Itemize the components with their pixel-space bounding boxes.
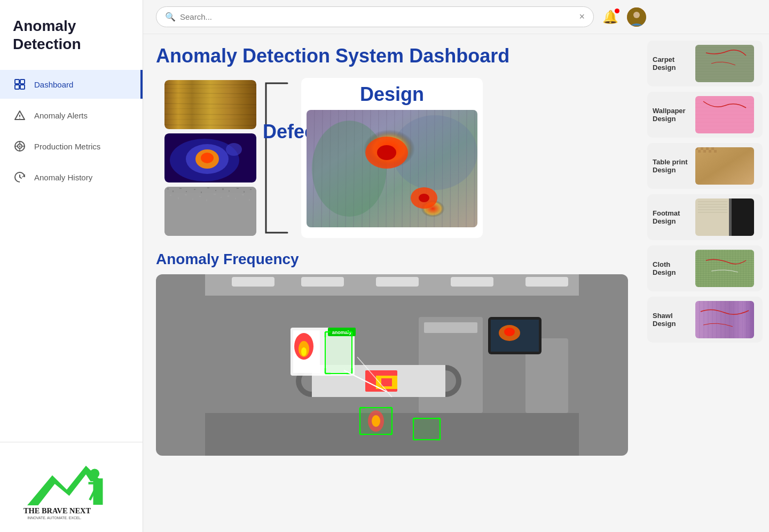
svg-rect-43 bbox=[164, 187, 256, 236]
svg-rect-108 bbox=[424, 322, 477, 333]
tableprint-design-img bbox=[695, 147, 754, 185]
sidebar-item-anomaly-history[interactable]: Anomaly History bbox=[0, 163, 143, 192]
fabric-heatmap[interactable] bbox=[307, 110, 477, 227]
tableprint-design-card[interactable]: Table printDesign bbox=[647, 143, 763, 189]
svg-point-38 bbox=[201, 153, 214, 163]
svg-rect-0 bbox=[15, 80, 19, 84]
svg-rect-66 bbox=[235, 198, 236, 199]
svg-rect-176 bbox=[698, 207, 727, 208]
footmat-design-img bbox=[695, 198, 754, 236]
svg-rect-103 bbox=[376, 277, 419, 287]
notifications-bell[interactable]: 🔔 bbox=[602, 10, 618, 25]
svg-rect-167 bbox=[698, 150, 701, 153]
svg-rect-178 bbox=[698, 212, 727, 213]
svg-point-98 bbox=[419, 194, 429, 202]
search-icon: 🔍 bbox=[165, 12, 176, 22]
svg-rect-53 bbox=[229, 190, 230, 192]
search-box[interactable]: 🔍 × bbox=[156, 6, 594, 27]
sidebar-metrics-label: Production Metrics bbox=[34, 142, 100, 151]
svg-rect-162 bbox=[695, 147, 754, 185]
carpet-design-img bbox=[695, 45, 754, 82]
sidebar-nav: Dashboard Anomaly Alerts bbox=[0, 66, 143, 435]
shawl-design-img bbox=[695, 301, 754, 338]
svg-rect-49 bbox=[201, 192, 202, 193]
svg-rect-68 bbox=[249, 199, 250, 201]
sidebar-item-dashboard[interactable]: Dashboard bbox=[0, 70, 143, 99]
svg-rect-1 bbox=[20, 80, 25, 84]
carpet-design-card[interactable]: CarpetDesign bbox=[647, 41, 763, 86]
page-title: Anomaly Detection System Dashboard bbox=[156, 45, 628, 67]
svg-point-5 bbox=[19, 118, 20, 119]
svg-rect-172 bbox=[730, 198, 754, 236]
svg-rect-52 bbox=[222, 188, 224, 190]
sidebar-item-anomaly-alerts[interactable]: Anomaly Alerts bbox=[0, 101, 143, 130]
footmat-design-card[interactable]: FootmatDesign bbox=[647, 194, 763, 240]
svg-rect-47 bbox=[186, 191, 187, 192]
right-panel: CarpetDesign bbox=[641, 34, 769, 532]
notification-badge bbox=[615, 9, 619, 13]
svg-rect-62 bbox=[206, 200, 207, 201]
svg-rect-54 bbox=[237, 188, 239, 189]
svg-rect-174 bbox=[698, 201, 727, 202]
svg-rect-169 bbox=[709, 150, 711, 153]
user-avatar[interactable] bbox=[627, 7, 646, 27]
gray-fabric-sample[interactable] bbox=[164, 187, 256, 236]
svg-rect-168 bbox=[703, 150, 706, 153]
svg-rect-177 bbox=[698, 209, 727, 210]
svg-rect-164 bbox=[701, 147, 703, 150]
carpet-design-label: CarpetDesign bbox=[653, 55, 690, 72]
svg-rect-60 bbox=[192, 198, 193, 200]
svg-rect-61 bbox=[199, 196, 201, 197]
svg-rect-102 bbox=[301, 277, 344, 287]
svg-rect-165 bbox=[706, 147, 709, 150]
tableprint-design-label: Table printDesign bbox=[653, 158, 690, 174]
wallpaper-design-card[interactable]: WallpaperDesign bbox=[647, 92, 763, 138]
wood-sample[interactable] bbox=[164, 80, 256, 129]
heatmap-sample[interactable] bbox=[164, 133, 256, 182]
search-close-icon[interactable]: × bbox=[579, 11, 585, 22]
svg-rect-57 bbox=[170, 195, 171, 196]
shawl-design-card[interactable]: ShawlDesign bbox=[647, 297, 763, 343]
svg-rect-55 bbox=[244, 191, 245, 193]
samples-column bbox=[164, 80, 256, 236]
sidebar-alerts-label: Anomaly Alerts bbox=[34, 111, 88, 120]
cloth-design-card[interactable]: ClothDesign bbox=[647, 245, 763, 291]
bracket-svg bbox=[261, 78, 293, 238]
svg-rect-2 bbox=[15, 85, 19, 89]
detection-section: Defect Design bbox=[156, 78, 628, 238]
main-area: Anomaly Detection System Dashboard bbox=[143, 34, 641, 532]
company-logo: THE BRAVE NEXT INNOVATE. AUTOMATE. EXCEL… bbox=[0, 449, 143, 532]
svg-rect-65 bbox=[227, 195, 229, 197]
frequency-title: Anomaly Frequency bbox=[156, 251, 628, 268]
svg-rect-101 bbox=[232, 277, 274, 287]
svg-line-31 bbox=[164, 114, 256, 115]
sidebar-item-production-metrics[interactable]: Production Metrics bbox=[0, 132, 143, 161]
svg-point-39 bbox=[226, 143, 242, 156]
main-content: 🔍 × 🔔 Anomaly Detection System Dashboard bbox=[143, 0, 769, 532]
svg-rect-58 bbox=[178, 197, 179, 199]
svg-point-8 bbox=[19, 146, 21, 147]
frequency-section: Anomaly Frequency bbox=[156, 251, 628, 456]
svg-rect-129 bbox=[325, 332, 352, 374]
alert-icon bbox=[13, 108, 27, 122]
metrics-icon bbox=[13, 139, 27, 153]
svg-rect-45 bbox=[172, 190, 174, 192]
cloth-design-label: ClothDesign bbox=[653, 260, 690, 276]
logo-svg: THE BRAVE NEXT INNOVATE. AUTOMATE. EXCEL… bbox=[23, 462, 120, 519]
svg-point-95 bbox=[377, 145, 396, 160]
design-label-main: Design bbox=[307, 83, 477, 106]
wallpaper-design-label: WallpaperDesign bbox=[653, 107, 690, 123]
dashboard-body: Anomaly Detection System Dashboard bbox=[143, 34, 769, 532]
svg-rect-175 bbox=[698, 204, 727, 205]
svg-rect-3 bbox=[20, 85, 25, 89]
svg-text:INNOVATE. AUTOMATE. EXCEL.: INNOVATE. AUTOMATE. EXCEL. bbox=[27, 516, 82, 519]
dashboard-icon bbox=[13, 77, 27, 91]
topbar-icons: 🔔 bbox=[602, 7, 646, 27]
history-icon bbox=[13, 170, 27, 184]
svg-rect-46 bbox=[179, 188, 182, 189]
svg-rect-163 bbox=[695, 147, 698, 150]
search-input[interactable] bbox=[180, 12, 575, 21]
svg-line-33 bbox=[164, 125, 256, 125]
svg-rect-50 bbox=[207, 187, 209, 188]
sidebar-divider bbox=[0, 442, 143, 442]
